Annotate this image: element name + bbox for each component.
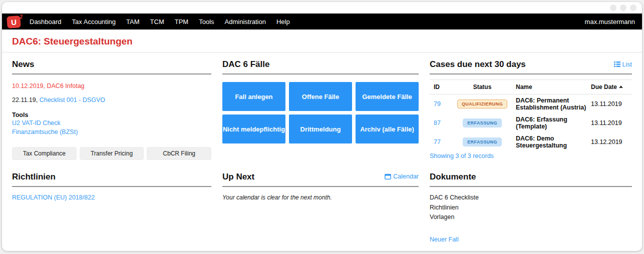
nav-item-tpm[interactable]: TPM: [175, 18, 188, 26]
case-id-link[interactable]: 79: [434, 100, 441, 108]
cases-section: Cases due next 30 days List ID Status Na…: [430, 60, 632, 160]
case-id-link[interactable]: 87: [434, 120, 441, 126]
app-logo[interactable]: U 2: [7, 15, 23, 28]
tile-offene-faelle[interactable]: Offene Fälle: [289, 82, 352, 111]
case-name: DAC6: Demo Steuergestaltung: [514, 132, 589, 152]
sort-ascending-icon: [619, 86, 623, 88]
window-controls: [610, 4, 636, 11]
tool-link-vat-id-check[interactable]: U2 VAT-ID Check: [12, 118, 211, 128]
news-buttons: Tax Compliance Transfer Pricing CbCR Fil…: [12, 147, 211, 160]
column-header-id[interactable]: ID: [430, 80, 451, 94]
transfer-pricing-button[interactable]: Transfer Pricing: [80, 147, 144, 160]
status-badge: QUALIFIZIERUNG: [457, 100, 507, 108]
tile-drittmeldung[interactable]: Drittmeldung: [289, 114, 352, 144]
logo-u-icon: U: [7, 16, 21, 28]
section-divider: [222, 74, 419, 74]
status-badge: ERFASSUNG: [463, 118, 502, 128]
window-control-button[interactable]: [630, 4, 636, 11]
case-id-link[interactable]: 77: [434, 138, 441, 146]
app-window: U 2 Dashboard Tax Accounting TAM TCM TPM…: [2, 2, 642, 251]
list-link[interactable]: List: [614, 61, 632, 68]
list-link-label: List: [622, 61, 632, 68]
nav-item-help[interactable]: Help: [276, 18, 290, 26]
user-menu[interactable]: max.mustermann: [585, 18, 635, 26]
calendar-icon: [385, 174, 391, 180]
case-due-date: 13.11.2019: [589, 94, 632, 114]
dac6-tiles: Fall anlegen Offene Fälle Gemeldete Fäll…: [222, 82, 419, 144]
tile-nicht-meldepflichtig[interactable]: Nicht meldepflichtig: [222, 114, 285, 144]
tile-gemeldete-faelle[interactable]: Gemeldete Fälle: [356, 82, 419, 111]
tile-archiv-alle-faelle[interactable]: Archiv (alle Fälle): [356, 114, 419, 144]
richtlinien-title: Richtlinien: [12, 172, 56, 182]
dac6-faelle-title: DAC 6 Fälle: [222, 60, 269, 70]
table-row: 87 ERFASSUNG DAC6: Erfassung (Template) …: [430, 114, 632, 132]
calendar-empty-text: Your calendar is clear for the next mont…: [222, 194, 419, 201]
tool-link-finanzamtsuche[interactable]: Finanzamtsuche (BZSt): [12, 128, 211, 136]
column-header-name[interactable]: Name: [514, 80, 589, 94]
records-count-text: Showing 3 of 3 records: [430, 152, 632, 160]
window-control-button[interactable]: [610, 4, 616, 11]
nav-item-tcm[interactable]: TCM: [150, 18, 164, 26]
nav-item-tax-accounting[interactable]: Tax Accounting: [72, 18, 116, 26]
nav-item-administration[interactable]: Administration: [225, 18, 266, 26]
news-title: News: [12, 60, 34, 70]
news-section: News 10.12.2019, DAC6 Infotag 22.11.19, …: [12, 60, 211, 160]
section-divider: [12, 186, 211, 187]
cases-table: ID Status Name Due Date 79 QUALIFIZIERUN…: [430, 80, 632, 152]
richtlinien-section: Richtlinien REGULATION (EU) 2018/822: [12, 172, 211, 244]
section-divider: [12, 74, 211, 74]
status-badge: ERFASSUNG: [463, 138, 502, 146]
news-item-date: 22.11.19,: [12, 96, 40, 104]
case-name: DAC6: Erfassung (Template): [514, 114, 589, 132]
nav-item-tam[interactable]: TAM: [126, 18, 139, 26]
window-control-button[interactable]: [620, 4, 626, 11]
calendar-link[interactable]: Calendar: [385, 173, 419, 180]
cbcr-filing-button[interactable]: CbCR Filing: [147, 147, 211, 160]
news-item-checklist-link[interactable]: Checklist 001 - DSGVO: [40, 96, 105, 104]
cases-table-header-row: ID Status Name Due Date: [430, 80, 632, 94]
tile-fall-anlegen[interactable]: Fall anlegen: [222, 82, 285, 111]
section-divider: [430, 74, 632, 74]
list-icon: [614, 62, 620, 67]
table-row: 77 ERFASSUNG DAC6: Demo Steuergestaltung…: [430, 132, 632, 152]
section-divider: [430, 186, 632, 187]
window-titlebar: [2, 2, 642, 14]
tools-label: Tools: [12, 112, 211, 118]
calendar-link-label: Calendar: [393, 173, 419, 180]
news-item-dac6-infotag[interactable]: 10.12.2019, DAC6 Infotag: [12, 82, 211, 90]
up-next-title: Up Next: [222, 172, 254, 182]
table-row: 79 QUALIFIZIERUNG DAC6: Permanent Establ…: [430, 94, 632, 114]
case-name: DAC6: Permanent Establishment (Austria): [514, 94, 589, 114]
regulation-link[interactable]: REGULATION (EU) 2018/822: [12, 194, 95, 201]
dokumente-title: Dokumente: [430, 172, 476, 182]
nav-item-tools[interactable]: Tools: [199, 18, 214, 26]
column-header-status[interactable]: Status: [451, 80, 514, 94]
news-item-checklist: 22.11.19, Checklist 001 - DSGVO: [12, 96, 211, 104]
page-title: DAC6: Steuergestaltungen: [12, 36, 632, 47]
case-due-date: 13.11.2019: [589, 114, 632, 132]
document-item-vorlagen[interactable]: Vorlagen: [430, 212, 632, 222]
case-due-date: 13.12.2019: [589, 132, 632, 152]
dokumente-section: Dokumente DAC 6 Checkliste Richtlinien V…: [430, 172, 632, 244]
dac6-faelle-section: DAC 6 Fälle Fall anlegen Offene Fälle Ge…: [222, 60, 419, 160]
column-header-due-date[interactable]: Due Date: [589, 80, 632, 94]
tax-compliance-button[interactable]: Tax Compliance: [12, 147, 77, 160]
dashboard-grid: News 10.12.2019, DAC6 Infotag 22.11.19, …: [2, 52, 642, 244]
logo-superscript: 2: [20, 14, 23, 20]
nav-menu: Dashboard Tax Accounting TAM TCM TPM Too…: [30, 18, 290, 26]
cases-title: Cases due next 30 days: [430, 60, 526, 70]
neuer-fall-link[interactable]: Neuer Fall: [430, 236, 459, 243]
main-navbar: U 2 Dashboard Tax Accounting TAM TCM TPM…: [2, 14, 642, 30]
section-divider: [222, 186, 419, 187]
nav-item-dashboard[interactable]: Dashboard: [30, 18, 62, 26]
document-item-richtlinien[interactable]: Richtlinien: [430, 203, 632, 212]
document-item-checkliste[interactable]: DAC 6 Checkliste: [430, 193, 632, 202]
up-next-section: Up Next Calendar Your calendar is clear …: [222, 172, 419, 244]
